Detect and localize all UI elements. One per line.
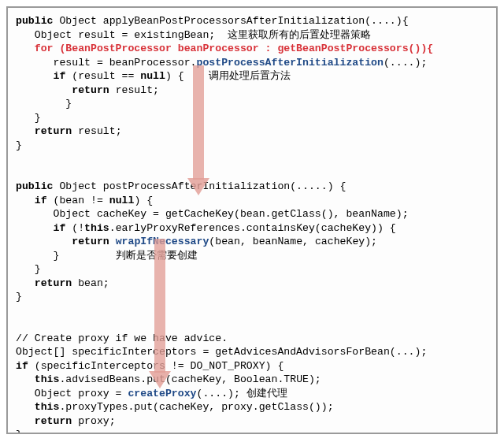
kw-return: return: [16, 236, 109, 247]
hl-createproxy: createProxy: [128, 388, 196, 399]
code-text: Object applyBeanPostProcessorsAfterIniti…: [53, 15, 408, 27]
kw-if: if: [16, 222, 65, 234]
annotation-call-post: 调用处理后置方法: [184, 70, 291, 82]
kw-public: public: [16, 180, 53, 192]
code-text: [109, 236, 116, 247]
code-text: (....);: [384, 57, 427, 69]
kw-if: if: [16, 70, 65, 82]
code-text: (bean, beanName, cacheKey);: [209, 236, 377, 247]
kw-null: null: [140, 70, 165, 82]
code-panel: public Object applyBeanPostProcessorsAft…: [6, 6, 498, 434]
code-text: result;: [72, 125, 121, 137]
annotation-judge-create: 判断是否需要创建: [59, 250, 197, 262]
kw-if: if: [16, 360, 28, 372]
kw-return: return: [16, 84, 109, 96]
code-text: Object result = existingBean;: [16, 29, 228, 41]
code-text: }: [16, 98, 72, 110]
code-text: }: [16, 250, 59, 262]
code-text: .advisedBeans.put(cacheKey, Boolean.TRUE…: [59, 373, 321, 385]
kw-return: return: [16, 125, 72, 137]
code-text: }: [16, 139, 22, 151]
annotation-get-processors: 这里获取所有的后置处理器策略: [228, 29, 371, 41]
code-text: .earlyProxyReferences.containsKey(cacheK…: [109, 222, 396, 234]
code-text: proxy;: [72, 415, 115, 427]
code-text: (result ==: [65, 70, 140, 82]
code-text: ) {: [165, 70, 184, 82]
annotation-create-proxy: 创建代理: [246, 388, 287, 399]
kw-public: public: [16, 15, 53, 27]
code-text: .proxyTypes.put(cacheKey, proxy.getClass…: [59, 401, 333, 413]
code-text: (specificInterceptors != DO_NOT_PROXY) {: [28, 360, 284, 372]
code-text: Object postProcessAfterInitialization(..…: [53, 180, 346, 192]
kw-return: return: [16, 415, 72, 427]
hl-wrapifnecessary: wrapIfNecessary: [116, 236, 209, 247]
kw-this: this: [16, 401, 59, 413]
comment-create-proxy: // Create proxy if we have advice.: [16, 332, 228, 344]
code-text: }: [16, 291, 22, 303]
code-text: (bean !=: [47, 195, 109, 206]
code-text: (....);: [197, 388, 246, 399]
code-text: Object[] specificInterceptors = getAdvic…: [16, 346, 427, 358]
hl-for-loop: for (BeanPostProcessor beanProcessor : g…: [16, 43, 433, 54]
code-text: }: [16, 429, 22, 434]
viewport: public Object applyBeanPostProcessorsAft…: [0, 0, 504, 442]
kw-this: this: [16, 373, 59, 385]
code-text: ) {: [134, 195, 153, 206]
kw-return: return: [16, 277, 72, 289]
code-text: (!: [65, 222, 84, 234]
code-text: result = beanProcessor.: [16, 57, 197, 69]
hl-postprocess: postProcessAfterInitialization: [197, 57, 384, 69]
kw-if: if: [16, 195, 47, 206]
code-text: Object cacheKey = getCacheKey(bean.getCl…: [16, 208, 409, 220]
code-text: bean;: [72, 277, 109, 289]
code-text: result;: [109, 84, 159, 96]
code-text: }: [16, 112, 41, 124]
kw-this: this: [84, 222, 109, 234]
code-content: public Object applyBeanPostProcessorsAft…: [16, 14, 488, 434]
code-text: Object proxy =: [16, 388, 128, 399]
code-text: }: [16, 263, 41, 275]
kw-null: null: [109, 195, 135, 206]
